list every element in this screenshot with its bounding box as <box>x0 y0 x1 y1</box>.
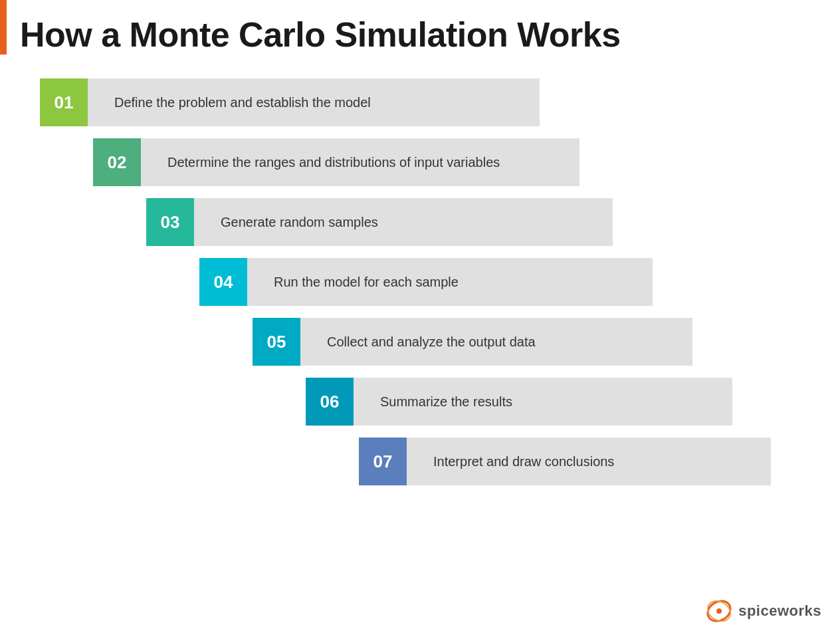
step-row-02: 02Determine the ranges and distributions… <box>93 138 771 186</box>
step-bar-05: Collect and analyze the output data <box>300 318 692 366</box>
step-label-04: Run the model for each sample <box>274 275 459 290</box>
step-bar-04: Run the model for each sample <box>247 258 653 306</box>
step-row-05: 05Collect and analyze the output data <box>253 318 771 366</box>
step-badge-05: 05 <box>253 318 300 366</box>
step-bar-01: Define the problem and establish the mod… <box>88 78 540 126</box>
step-bar-02: Determine the ranges and distributions o… <box>141 138 579 186</box>
step-row-07: 07Interpret and draw conclusions <box>359 438 771 485</box>
step-badge-01: 01 <box>40 78 88 126</box>
step-label-02: Determine the ranges and distributions o… <box>167 155 500 170</box>
step-badge-06: 06 <box>306 378 354 426</box>
step-bar-06: Summarize the results <box>354 378 732 426</box>
step-label-07: Interpret and draw conclusions <box>433 454 614 469</box>
step-row-04: 04Run the model for each sample <box>199 258 771 306</box>
steps-container: 01Define the problem and establish the m… <box>40 78 771 497</box>
step-badge-07: 07 <box>359 438 407 485</box>
logo-text: spiceworks <box>738 602 821 620</box>
step-row-03: 03Generate random samples <box>146 198 771 246</box>
step-label-05: Collect and analyze the output data <box>327 334 536 350</box>
step-bar-07: Interpret and draw conclusions <box>407 438 771 485</box>
orange-accent-bar <box>0 0 7 55</box>
step-label-01: Define the problem and establish the mod… <box>114 95 371 110</box>
spiceworks-icon <box>705 597 733 625</box>
step-row-06: 06Summarize the results <box>306 378 771 426</box>
step-bar-03: Generate random samples <box>194 198 613 246</box>
logo-area: spiceworks <box>705 597 821 625</box>
step-badge-02: 02 <box>93 138 141 186</box>
step-badge-04: 04 <box>199 258 247 306</box>
step-badge-03: 03 <box>146 198 194 246</box>
step-label-06: Summarize the results <box>380 394 512 410</box>
step-label-03: Generate random samples <box>221 215 378 230</box>
svg-point-2 <box>716 608 722 614</box>
page-title: How a Monte Carlo Simulation Works <box>20 15 621 55</box>
step-row-01: 01Define the problem and establish the m… <box>40 78 771 126</box>
